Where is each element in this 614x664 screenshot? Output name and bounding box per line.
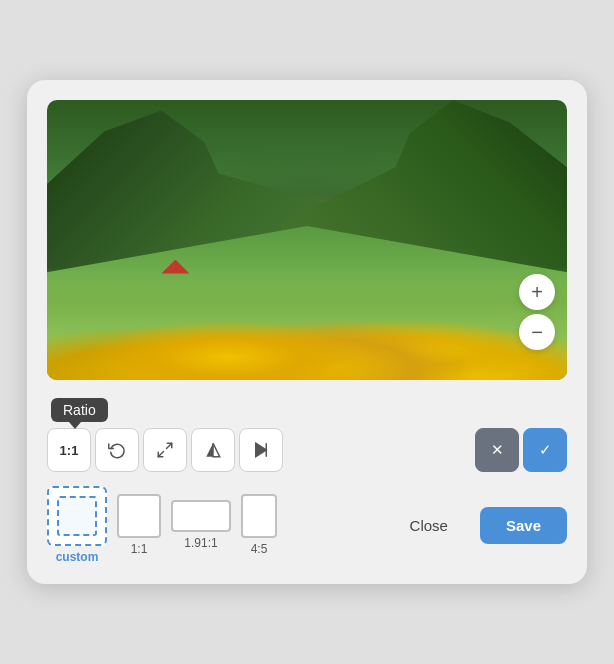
ratio-button[interactable]: 1:1 bbox=[47, 428, 91, 472]
flip-h-icon bbox=[204, 441, 222, 459]
ratio-option-4-5[interactable]: 4:5 bbox=[241, 494, 277, 556]
zoom-out-button[interactable]: − bbox=[519, 314, 555, 350]
flowers bbox=[47, 268, 567, 380]
ratio-label-4-5: 4:5 bbox=[251, 542, 268, 556]
flip-h-button[interactable] bbox=[191, 428, 235, 472]
flip-v-icon bbox=[252, 441, 270, 459]
ratio-options: custom 1:1 1.91:1 4:5 bbox=[47, 486, 277, 564]
svg-marker-2 bbox=[206, 443, 213, 457]
fullscreen-button[interactable] bbox=[143, 428, 187, 472]
image-preview: + − bbox=[47, 100, 567, 380]
svg-line-0 bbox=[167, 443, 172, 448]
ratio-option-1-1[interactable]: 1:1 bbox=[117, 494, 161, 556]
ratio-label-191-1: 1.91:1 bbox=[184, 536, 217, 550]
svg-line-1 bbox=[158, 452, 163, 457]
svg-marker-4 bbox=[256, 443, 267, 457]
bottom-buttons: Close Save bbox=[388, 507, 567, 544]
save-button[interactable]: Save bbox=[480, 507, 567, 544]
bottom-section: custom 1:1 1.91:1 4:5 Close Save bbox=[47, 486, 567, 564]
confirm-button[interactable]: ✓ bbox=[523, 428, 567, 472]
zoom-in-button[interactable]: + bbox=[519, 274, 555, 310]
ratio-tooltip-label: Ratio bbox=[51, 398, 108, 422]
ratio-option-191-1[interactable]: 1.91:1 bbox=[171, 500, 231, 550]
zoom-controls: + − bbox=[519, 274, 555, 350]
crop-dialog: + − Ratio 1:1 bbox=[27, 80, 587, 584]
ratio-label-1-1: 1:1 bbox=[131, 542, 148, 556]
ratio-option-custom[interactable]: custom bbox=[47, 486, 107, 564]
rotate-button[interactable] bbox=[95, 428, 139, 472]
flip-v-button[interactable] bbox=[239, 428, 283, 472]
close-button[interactable]: Close bbox=[388, 507, 470, 544]
ratio-tooltip: Ratio bbox=[51, 398, 108, 422]
cancel-button[interactable]: ✕ bbox=[475, 428, 519, 472]
expand-icon bbox=[156, 441, 174, 459]
toolbar: 1:1 bbox=[47, 428, 567, 472]
rotate-icon bbox=[108, 441, 126, 459]
ratio-label-custom: custom bbox=[56, 550, 99, 564]
svg-marker-3 bbox=[213, 443, 220, 457]
